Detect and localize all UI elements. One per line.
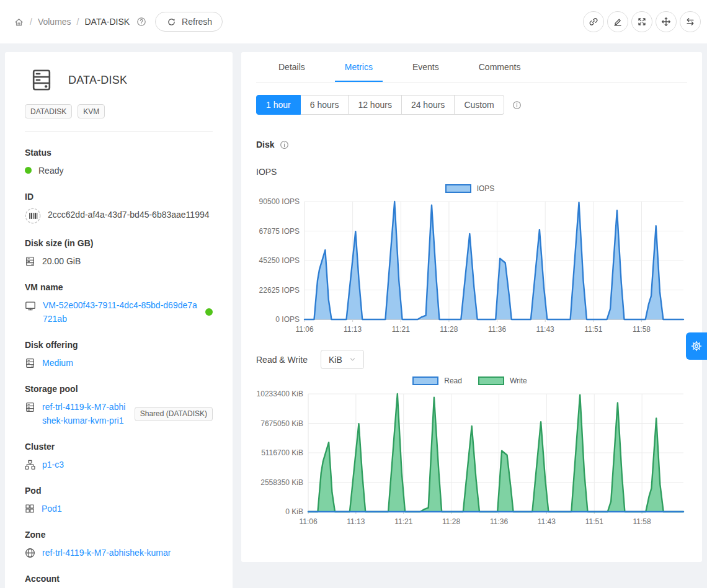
field-label: Status — [25, 148, 213, 158]
field-value-disk-offering[interactable]: Medium — [42, 356, 73, 370]
breadcrumb-separator: / — [77, 17, 79, 27]
range-12-hours[interactable]: 12 hours — [349, 95, 401, 115]
field-label: ID — [25, 192, 213, 202]
axis-tick-label: 11:21 — [392, 325, 410, 334]
field-value-id: 2ccc62dd-af4a-43d7-bd45-6b83aae11994 — [48, 208, 210, 221]
axis-tick-label: 7675050 KiB — [260, 419, 303, 428]
axis-tick-label: 22625 IOPS — [259, 286, 300, 295]
axis-tick-label: 11:51 — [585, 517, 603, 526]
read-write-title: Read & Write — [256, 355, 308, 365]
field-cluster: Clusterp1-c3 — [25, 442, 213, 471]
legend-label: IOPS — [477, 184, 495, 193]
refresh-button[interactable]: Refresh — [155, 12, 223, 32]
iops-chart: 0 IOPS22625 IOPS45250 IOPS67875 IOPS9050… — [251, 197, 688, 337]
axis-tick-label: 0 IOPS — [275, 315, 300, 324]
field-label: Cluster — [25, 442, 213, 452]
unit-select[interactable]: KiB — [321, 350, 364, 369]
field-value-cluster[interactable]: p1-c3 — [42, 458, 64, 471]
axis-tick-label: 11:28 — [440, 325, 458, 334]
field-value-row: Ready — [25, 164, 213, 177]
info-circle-icon[interactable] — [280, 140, 289, 149]
field-label: Disk size (in GB) — [25, 238, 213, 248]
axis-tick-label: 11:58 — [633, 517, 651, 526]
swap-icon[interactable] — [680, 11, 701, 32]
detail-fields: StatusReadyID2ccc62dd-af4a-43d7-bd45-6b8… — [5, 132, 233, 588]
field-value-row: 2ccc62dd-af4a-43d7-bd45-6b83aae11994 — [25, 208, 213, 224]
page-header: / Volumes / DATA-DISK Refresh — [0, 0, 707, 43]
legend-item-write[interactable]: Write — [478, 376, 527, 385]
cluster-icon — [25, 460, 35, 470]
axis-tick-label: 11:21 — [394, 517, 412, 526]
tab-metrics[interactable]: Metrics — [335, 52, 383, 82]
drag-icon[interactable] — [656, 11, 677, 32]
legend-item-read[interactable]: Read — [412, 376, 462, 385]
edit-icon[interactable] — [607, 11, 628, 32]
range-1-hour[interactable]: 1 hour — [256, 95, 301, 115]
legend-swatch — [478, 376, 504, 385]
field-pod: PodPod1 — [25, 486, 213, 515]
field-value-row: ref-trl-4119-k-M7-abhishek-kumar — [25, 546, 213, 559]
axis-tick-label: 67875 IOPS — [259, 227, 300, 236]
time-range-row: 1 hour6 hours12 hours24 hoursCustom — [256, 95, 687, 115]
field-label: Disk offering — [25, 340, 213, 350]
tab-bar: DetailsMetricsEventsComments — [256, 52, 687, 82]
axis-tick-label: 11:51 — [584, 325, 602, 334]
refresh-label: Refresh — [182, 17, 212, 27]
range-24-hours[interactable]: 24 hours — [402, 95, 455, 115]
field-value-pod[interactable]: Pod1 — [42, 502, 62, 515]
desktop-icon — [25, 300, 36, 311]
field-value-row: VM-52e00f43-7911-4dc4-85bd-d69de7a721ab — [25, 298, 213, 326]
time-range-group: 1 hour6 hours12 hours24 hoursCustom — [256, 95, 504, 115]
axis-tick-label: 10233400 KiB — [257, 390, 303, 398]
field-label: Zone — [25, 530, 213, 540]
field-value-zone[interactable]: ref-trl-4119-k-M7-abhishek-kumar — [42, 546, 171, 559]
hdd-icon — [25, 256, 35, 267]
axis-tick-label: 11:43 — [538, 517, 556, 526]
axis-tick-label: 5116700 KiB — [261, 448, 303, 457]
legend-swatch — [445, 184, 471, 193]
tab-details[interactable]: Details — [269, 52, 315, 82]
read-write-chart-legend: ReadWrite — [251, 375, 688, 386]
iops-chart-legend: IOPS — [251, 183, 688, 194]
field-label: Account — [25, 574, 213, 584]
settings-button[interactable] — [686, 332, 707, 360]
range-custom[interactable]: Custom — [455, 95, 504, 115]
axis-tick-label: 11:28 — [442, 517, 460, 526]
iops-chart-wrap: IOPS0 IOPS22625 IOPS45250 IOPS67875 IOPS… — [251, 183, 688, 337]
chevron-down-icon — [349, 356, 356, 363]
field-label: VM name — [25, 282, 213, 292]
field-value-storage-pool[interactable]: ref-trl-4119-k-M7-abhishek-kumar-kvm-pri… — [42, 400, 128, 427]
field-value-row: ref-trl-4119-k-M7-abhishek-kumar-kvm-pri… — [25, 400, 213, 427]
global-icon — [25, 548, 35, 558]
axis-tick-label: 11:13 — [347, 517, 365, 526]
field-status: StatusReady — [25, 148, 213, 177]
header-actions — [583, 11, 701, 32]
content: DATA-DISK DATADISKKVM StatusReadyID2ccc6… — [0, 43, 707, 588]
resource-head: DATA-DISK — [5, 52, 233, 104]
field-value-row: 20.00 GiB — [25, 254, 213, 268]
home-icon[interactable] — [14, 17, 24, 27]
barcode-icon — [25, 208, 41, 224]
tab-comments[interactable]: Comments — [469, 52, 531, 82]
database-icon — [25, 402, 35, 412]
status-value: Ready — [38, 164, 63, 177]
iops-chart-title: IOPS — [256, 167, 687, 177]
breadcrumb-current: DATA-DISK — [84, 17, 130, 27]
breadcrumb-volumes[interactable]: Volumes — [38, 17, 71, 27]
range-6-hours[interactable]: 6 hours — [301, 95, 349, 115]
legend-item-iops[interactable]: IOPS — [445, 184, 495, 193]
field-disk-offering: Disk offeringMedium — [25, 340, 213, 370]
field-value-row: Pod1 — [25, 502, 213, 515]
read-write-chart: 0 KiB2558350 KiB5116700 KiB7675050 KiB10… — [251, 389, 688, 529]
appstore-icon — [25, 504, 35, 514]
shared-tag: Shared (DATADISK) — [135, 407, 213, 421]
field-value-vm-name[interactable]: VM-52e00f43-7911-4dc4-85bd-d69de7a721ab — [43, 298, 198, 326]
field-storage-pool: Storage poolref-trl-4119-k-M7-abhishek-k… — [25, 384, 213, 427]
fullscreen-icon[interactable] — [631, 11, 652, 32]
field-label: Storage pool — [25, 384, 213, 394]
tab-events[interactable]: Events — [402, 52, 449, 82]
link-icon[interactable] — [583, 11, 604, 32]
resource-sidebar: DATA-DISK DATADISKKVM StatusReadyID2ccc6… — [5, 52, 233, 588]
question-circle-icon[interactable] — [136, 17, 146, 27]
info-circle-icon[interactable] — [512, 100, 522, 110]
